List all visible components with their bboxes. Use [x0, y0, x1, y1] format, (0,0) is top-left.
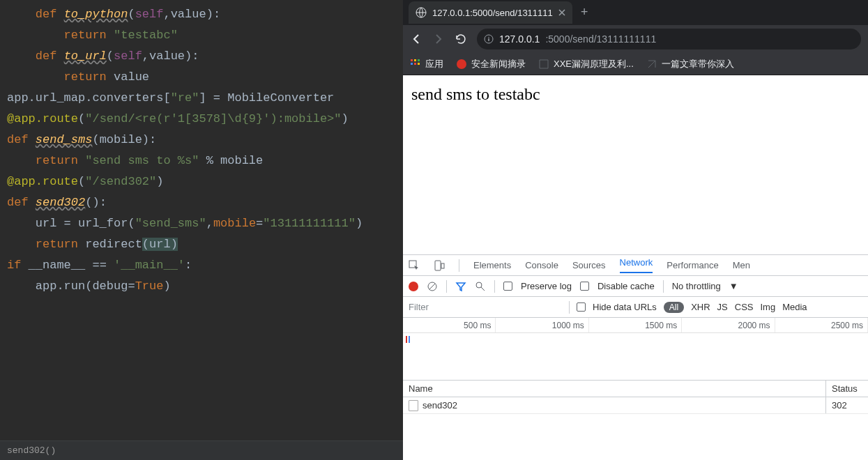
code-editor: def to_python(self,value): return "testa…: [0, 0, 403, 460]
fn-send-sms: send_sms: [36, 133, 93, 146]
reload-button[interactable]: [455, 33, 467, 45]
url-host: 127.0.0.1: [499, 33, 540, 45]
browser-tab[interactable]: 127.0.0.1:5000/send/1311111: [409, 1, 572, 24]
address-bar[interactable]: 127.0.0.1:5000/send/13111111111: [477, 29, 861, 49]
bookmark-item[interactable]: XXE漏洞原理及利...: [538, 58, 634, 70]
browser-toolbar: 127.0.0.1:5000/send/13111111111: [403, 25, 868, 53]
tick: 1500 ms: [589, 318, 682, 332]
hide-urls-label: Hide data URLs: [593, 302, 657, 312]
svg-rect-11: [441, 263, 444, 268]
svg-rect-5: [411, 63, 413, 65]
info-icon[interactable]: [484, 34, 494, 44]
page-content: send sms to testabc: [403, 75, 868, 254]
svg-rect-6: [414, 63, 416, 65]
close-icon[interactable]: [558, 9, 565, 16]
svg-point-13: [476, 282, 482, 288]
bookmark-icon: [646, 59, 657, 70]
filter-input[interactable]: [409, 302, 562, 312]
bookmark-item[interactable]: 一篇文章带你深入: [646, 58, 734, 70]
svg-rect-7: [418, 63, 420, 65]
document-icon: [409, 400, 418, 411]
network-controls: Preserve log Disable cache No throttling…: [403, 276, 868, 297]
filter-css[interactable]: CSS: [735, 302, 754, 312]
svg-point-8: [457, 59, 466, 69]
url-path: :5000/send/13111111111: [545, 33, 656, 45]
throttling-select[interactable]: No throttling: [672, 281, 721, 291]
bookmark-item[interactable]: 安全新闻摘录: [456, 58, 526, 70]
hide-urls-checkbox[interactable]: [577, 302, 586, 312]
filter-all[interactable]: All: [664, 302, 684, 313]
device-icon[interactable]: [434, 260, 445, 271]
filter-media[interactable]: Media: [782, 302, 807, 312]
filter-xhr[interactable]: XHR: [691, 302, 710, 312]
bookmarks-bar: 应用 安全新闻摘录 XXE漏洞原理及利... 一篇文章带你深入: [403, 53, 868, 75]
fn-to-python: to_python: [64, 8, 128, 21]
row-name: send302: [422, 400, 457, 411]
filter-row: Hide data URLs All XHR JS CSS Img Media: [403, 297, 868, 318]
browser-window: 127.0.0.1:5000/send/1311111 + 127.0.0.1:…: [403, 0, 868, 460]
col-status[interactable]: Status: [826, 381, 868, 397]
bookmark-icon: [538, 59, 549, 70]
code-body[interactable]: def to_python(self,value): return "testa…: [0, 0, 403, 440]
tab-sources[interactable]: Sources: [572, 260, 606, 270]
timeline[interactable]: 500 ms 1000 ms 1500 ms 2000 ms 2500 ms: [403, 318, 868, 381]
disable-cache-checkbox[interactable]: [580, 282, 589, 291]
page-text: send sms to testabc: [411, 85, 540, 103]
filter-icon[interactable]: [455, 281, 466, 292]
fn-to-url: to_url: [64, 49, 107, 63]
tab-elements[interactable]: Elements: [473, 260, 511, 270]
svg-rect-3: [414, 59, 416, 61]
svg-rect-10: [435, 261, 441, 270]
new-tab-button[interactable]: +: [581, 6, 588, 20]
table-header: Name Status: [403, 381, 868, 397]
kw-def: def: [7, 8, 64, 21]
row-status: 302: [826, 397, 868, 413]
preserve-log-checkbox[interactable]: [503, 282, 512, 291]
bookmark-icon: [456, 59, 467, 70]
tab-performance[interactable]: Performance: [667, 260, 718, 270]
preserve-log-label: Preserve log: [521, 281, 572, 291]
tick: 1000 ms: [496, 318, 588, 332]
search-icon[interactable]: [475, 281, 486, 292]
apps-icon: [410, 59, 421, 70]
svg-rect-2: [411, 59, 413, 61]
disable-cache-label: Disable cache: [597, 281, 655, 291]
fn-send302: send302: [36, 196, 85, 209]
globe-icon: [416, 7, 427, 18]
forward-button[interactable]: [432, 33, 445, 45]
request-table: Name Status send302 302: [403, 381, 868, 460]
inspect-icon[interactable]: [409, 260, 420, 271]
record-button[interactable]: [409, 282, 418, 291]
clear-button[interactable]: [427, 281, 438, 292]
svg-rect-4: [418, 59, 420, 61]
filter-js[interactable]: JS: [717, 302, 728, 312]
devtools-panel: Elements Console Sources Network Perform…: [403, 254, 868, 460]
chevron-down-icon[interactable]: ▼: [729, 281, 738, 291]
table-row[interactable]: send302 302: [403, 397, 868, 414]
tick: 2500 ms: [775, 318, 868, 332]
tick: 2000 ms: [682, 318, 775, 332]
tab-network[interactable]: Network: [620, 257, 653, 273]
back-button[interactable]: [410, 33, 422, 45]
tick: 500 ms: [403, 318, 496, 332]
filter-img[interactable]: Img: [760, 302, 775, 312]
tab-strip: 127.0.0.1:5000/send/1311111 +: [403, 0, 868, 25]
tab-memory[interactable]: Men: [733, 260, 750, 270]
devtools-tabs: Elements Console Sources Network Perform…: [403, 255, 868, 276]
breadcrumb: send302(): [0, 440, 403, 460]
col-name[interactable]: Name: [403, 381, 826, 397]
tab-title: 127.0.0.1:5000/send/1311111: [432, 8, 553, 18]
tab-console[interactable]: Console: [525, 260, 558, 270]
apps-button[interactable]: 应用: [410, 58, 443, 70]
